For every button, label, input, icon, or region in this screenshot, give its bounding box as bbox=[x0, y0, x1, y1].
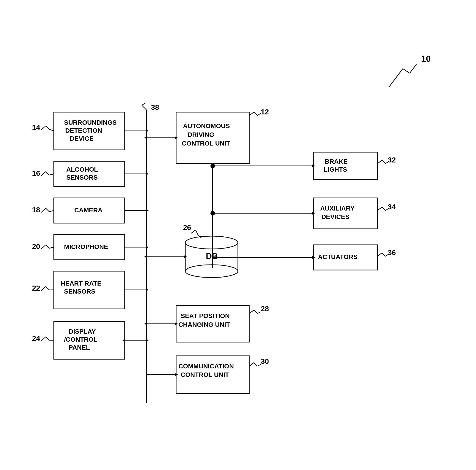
svg-marker-62 bbox=[146, 339, 149, 342]
svg-line-40 bbox=[46, 245, 49, 248]
svg-line-111 bbox=[382, 160, 385, 164]
svg-line-92 bbox=[257, 312, 261, 313]
svg-text:LIGHTS: LIGHTS bbox=[324, 166, 347, 173]
svg-text:DB: DB bbox=[206, 251, 218, 261]
svg-line-59 bbox=[46, 337, 49, 340]
svg-line-15 bbox=[46, 126, 49, 129]
svg-text:/CONTROL: /CONTROL bbox=[64, 336, 97, 343]
svg-line-90 bbox=[249, 310, 254, 313]
svg-text:CONTROL UNIT: CONTROL UNIT bbox=[182, 140, 230, 147]
svg-line-58 bbox=[41, 337, 46, 341]
svg-text:38: 38 bbox=[151, 103, 159, 111]
svg-line-120 bbox=[377, 207, 382, 210]
svg-text:ALCOHOL: ALCOHOL bbox=[66, 166, 98, 173]
svg-line-81 bbox=[196, 230, 198, 235]
svg-line-69 bbox=[249, 112, 254, 116]
svg-text:36: 36 bbox=[388, 248, 396, 257]
svg-line-129 bbox=[377, 253, 382, 256]
svg-text:16: 16 bbox=[32, 169, 40, 177]
svg-line-16 bbox=[49, 129, 54, 131]
diagram-svg: 38 SURROUNDINGS DETECTION DEVICE 14 ALCO… bbox=[18, 103, 467, 465]
svg-line-32 bbox=[46, 208, 49, 212]
svg-line-71 bbox=[257, 113, 261, 116]
svg-text:AUTONOMOUS: AUTONOMOUS bbox=[183, 122, 230, 129]
svg-text:CHANGING UNIT: CHANGING UNIT bbox=[178, 321, 230, 328]
svg-marker-27 bbox=[146, 173, 149, 175]
svg-text:32: 32 bbox=[388, 156, 396, 164]
svg-text:ACTUATORS: ACTUATORS bbox=[318, 253, 357, 261]
svg-line-4 bbox=[389, 78, 396, 87]
svg-text:BRAKE: BRAKE bbox=[325, 158, 348, 165]
svg-line-70 bbox=[254, 112, 257, 116]
svg-line-8 bbox=[142, 103, 145, 105]
svg-text:SENSORS: SENSORS bbox=[66, 174, 98, 181]
svg-text:22: 22 bbox=[32, 284, 40, 292]
svg-marker-52 bbox=[146, 289, 149, 291]
svg-line-80 bbox=[191, 230, 196, 233]
svg-line-101 bbox=[254, 363, 257, 366]
svg-text:SEAT POSITION: SEAT POSITION bbox=[181, 312, 230, 319]
svg-line-31 bbox=[41, 208, 46, 212]
svg-text:30: 30 bbox=[261, 357, 269, 366]
svg-line-121 bbox=[382, 207, 385, 210]
ref-10-zigzag: 10 bbox=[385, 55, 430, 91]
svg-text:DETECTION: DETECTION bbox=[65, 127, 102, 134]
svg-line-49 bbox=[46, 286, 49, 290]
svg-point-76 bbox=[185, 236, 238, 249]
svg-text:20: 20 bbox=[32, 242, 40, 251]
svg-line-25 bbox=[49, 174, 54, 175]
svg-line-130 bbox=[382, 253, 385, 256]
svg-text:24: 24 bbox=[32, 334, 40, 343]
svg-line-7 bbox=[142, 105, 146, 110]
svg-text:DEVICES: DEVICES bbox=[321, 213, 350, 220]
svg-text:18: 18 bbox=[32, 206, 40, 214]
svg-line-33 bbox=[49, 210, 54, 212]
svg-text:10: 10 bbox=[421, 55, 430, 64]
svg-text:HEART RATE: HEART RATE bbox=[61, 280, 101, 287]
svg-text:28: 28 bbox=[261, 305, 269, 313]
svg-line-3 bbox=[396, 69, 403, 78]
svg-line-110 bbox=[377, 160, 382, 164]
svg-line-48 bbox=[41, 286, 46, 291]
svg-marker-43 bbox=[146, 246, 149, 248]
svg-marker-74 bbox=[144, 136, 147, 139]
svg-text:DEVICE: DEVICE bbox=[70, 135, 94, 142]
svg-marker-35 bbox=[146, 209, 149, 212]
svg-point-125 bbox=[210, 211, 215, 216]
svg-text:26: 26 bbox=[183, 223, 191, 232]
svg-text:AUXILIARY: AUXILIARY bbox=[320, 205, 355, 212]
svg-marker-85 bbox=[144, 255, 147, 258]
svg-text:DRIVING: DRIVING bbox=[187, 131, 214, 138]
svg-line-39 bbox=[41, 245, 46, 249]
svg-point-77 bbox=[185, 265, 238, 278]
svg-line-24 bbox=[46, 172, 49, 175]
svg-line-102 bbox=[257, 365, 261, 366]
svg-line-1 bbox=[410, 64, 417, 73]
svg-line-41 bbox=[49, 247, 54, 248]
svg-text:14: 14 bbox=[32, 123, 40, 132]
svg-line-14 bbox=[41, 126, 46, 130]
svg-text:CONTROL UNIT: CONTROL UNIT bbox=[181, 371, 229, 378]
svg-line-2 bbox=[403, 69, 410, 73]
svg-line-100 bbox=[249, 363, 254, 366]
svg-text:SURROUNDINGS: SURROUNDINGS bbox=[64, 119, 117, 126]
svg-point-115 bbox=[210, 164, 215, 168]
svg-text:PANEL: PANEL bbox=[69, 344, 90, 351]
svg-text:34: 34 bbox=[388, 203, 396, 211]
svg-text:12: 12 bbox=[261, 108, 269, 116]
svg-text:SENSORS: SENSORS bbox=[64, 288, 95, 295]
svg-marker-18 bbox=[146, 129, 149, 132]
svg-text:CAMERA: CAMERA bbox=[74, 207, 102, 214]
svg-text:DISPLAY: DISPLAY bbox=[69, 328, 96, 335]
svg-text:MICROPHONE: MICROPHONE bbox=[64, 243, 108, 250]
svg-line-91 bbox=[254, 310, 257, 313]
svg-marker-95 bbox=[144, 322, 147, 325]
svg-text:COMMUNICATION: COMMUNICATION bbox=[178, 363, 234, 370]
svg-line-23 bbox=[41, 172, 46, 176]
